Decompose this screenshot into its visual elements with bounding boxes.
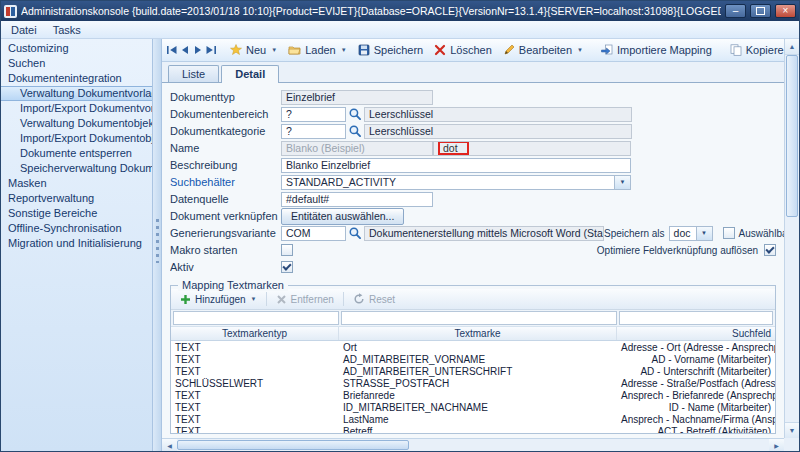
reset-button[interactable]: Reset <box>348 291 400 307</box>
laden-button[interactable]: Laden ▼ <box>283 42 352 58</box>
column-header-textmarkentyp[interactable]: Textmarkentyp <box>171 327 339 340</box>
datenquelle-input[interactable]: #default# <box>281 192 433 207</box>
scroll-left-button[interactable]: ◀ <box>162 439 177 451</box>
vertical-scrollbar-thumb[interactable] <box>786 55 798 217</box>
sidebar-item-verwaltung-dokumentvorlagen[interactable]: Verwaltung Dokumentvorlagen <box>1 86 152 101</box>
nav-first-button[interactable] <box>166 42 178 59</box>
sidebar-item-suchen[interactable]: Suchen <box>1 56 152 71</box>
menu-tasks[interactable]: Tasks <box>45 23 89 37</box>
filter-textmarkentyp-input[interactable] <box>173 311 339 325</box>
chevron-down-icon[interactable]: ▼ <box>341 47 347 53</box>
optimiere-checkbox[interactable] <box>764 244 776 256</box>
scroll-up-button[interactable]: ▲ <box>785 39 799 55</box>
speichern-button[interactable]: Speichern <box>353 42 429 58</box>
dokumentkategorie-row: Dokumentkategorie ? Leerschlüssel <box>170 123 776 139</box>
chevron-down-icon[interactable]: ▼ <box>696 227 712 240</box>
chevron-down-icon[interactable]: ▼ <box>251 296 257 302</box>
table-row[interactable]: TEXT AD_MITARBEITER_VORNAME AD - Vorname… <box>171 353 775 365</box>
filter-suchfeld-input[interactable] <box>619 311 773 325</box>
dokumentkategorie-key-input[interactable]: ? <box>281 124 346 139</box>
generierungsvariante-key-input[interactable]: COM <box>281 226 346 241</box>
bearbeiten-button[interactable]: Bearbeiten ▼ <box>498 42 588 58</box>
column-header-suchfeld[interactable]: Suchfeld <box>617 327 775 340</box>
column-header-textmarke[interactable]: Textmarke <box>339 327 617 340</box>
hinzufuegen-button[interactable]: Hinzufügen ▼ <box>175 292 262 307</box>
sidebar-item-speicherverwaltung-dokumente[interactable]: Speicherverwaltung Dokumente <box>1 161 152 176</box>
entitaeten-auswaehlen-button[interactable]: Entitäten auswählen... <box>281 208 404 225</box>
loeschen-label: Löschen <box>450 44 492 56</box>
menu-datei[interactable]: Datei <box>3 23 45 37</box>
nav-last-button[interactable] <box>205 42 217 59</box>
datenquelle-label: Datenquelle <box>170 193 281 205</box>
kopiere-vorlage-button[interactable]: Kopiere Vorlage <box>725 42 784 58</box>
new-icon <box>230 44 242 56</box>
tab-liste[interactable]: Liste <box>168 65 219 82</box>
sidebar-item-dokumentenintegration[interactable]: Dokumentenintegration <box>1 71 152 86</box>
mapping-table-body: TEXT Ort Adresse - Ort (Adresse - Anspre… <box>171 341 775 433</box>
tab-detail[interactable]: Detail <box>221 65 279 83</box>
table-row[interactable]: TEXT AD_MITARBEITER_UNTERSCHRIFT AD - Un… <box>171 365 775 377</box>
sidebar-item-masken[interactable]: Masken <box>1 176 152 191</box>
close-button[interactable]: × <box>775 4 796 18</box>
chevron-down-icon[interactable]: ▼ <box>577 47 583 53</box>
minimize-button[interactable]: – <box>725 4 746 18</box>
cell-suchfeld: AD - Unterschrift (Mitarbeiter) <box>617 366 775 377</box>
sidebar-item-customizing[interactable]: Customizing <box>1 41 152 56</box>
table-row[interactable]: SCHLÜSSELWERT STRASSE_POSTFACH Adresse -… <box>171 377 775 389</box>
horizontal-scrollbar-thumb[interactable] <box>177 440 409 450</box>
chevron-down-icon[interactable]: ▼ <box>614 176 630 189</box>
horizontal-scrollbar: ◀ ▶ <box>162 438 784 451</box>
sidebar-item-reportverwaltung[interactable]: Reportverwaltung <box>1 191 152 206</box>
maximize-button[interactable] <box>750 4 771 18</box>
table-row[interactable]: TEXT Briefanrede Ansprech - Briefanrede … <box>171 389 775 401</box>
entfernen-label: Entfernen <box>291 294 334 305</box>
table-row[interactable]: TEXT LastName Ansprech - Nachname/Firma … <box>171 413 775 425</box>
neu-label: Neu <box>246 44 266 56</box>
sidebar-item-sonstige-bereiche[interactable]: Sonstige Bereiche <box>1 206 152 221</box>
chevron-down-icon[interactable]: ▼ <box>271 47 277 53</box>
cell-suchfeld: Ansprech - Briefanrede (Ansprechpartner) <box>617 390 775 401</box>
lookup-icon[interactable] <box>348 107 362 121</box>
speichern-als-select[interactable]: doc ▼ <box>669 226 713 241</box>
beschreibung-input[interactable]: Blanko Einzelbrief <box>281 158 631 173</box>
maximize-icon <box>756 7 765 15</box>
cell-textmarke: ID_MITARBEITER_NACHNAME <box>339 402 617 413</box>
neu-button[interactable]: Neu ▼ <box>225 42 282 58</box>
cell-textmarkentyp: SCHLÜSSELWERT <box>171 378 339 389</box>
cell-textmarke: Betreff <box>339 426 617 434</box>
sidebar-item-migration-und-initialisierung[interactable]: Migration und Initialisierung <box>1 236 152 251</box>
auswaehlbar-checkbox[interactable] <box>723 227 735 239</box>
sidebar-item-offline-synchronisation[interactable]: Offline-Synchronisation <box>1 221 152 236</box>
sidebar-splitter[interactable] <box>153 39 162 451</box>
entfernen-button[interactable]: Entfernen <box>271 292 339 307</box>
sidebar-item-import-export-dokumentvorlagen[interactable]: Import/Export Dokumentvorlagen <box>1 101 152 116</box>
lookup-icon[interactable] <box>348 226 362 240</box>
nav-next-button[interactable] <box>192 42 204 59</box>
cell-textmarkentyp: TEXT <box>171 390 339 401</box>
name-extension-field: dot <box>433 141 631 156</box>
suchbehaelter-label[interactable]: Suchbehälter <box>170 176 281 188</box>
table-row[interactable]: TEXT Ort Adresse - Ort (Adresse - Anspre… <box>171 341 775 353</box>
nav-prev-button[interactable] <box>179 42 191 59</box>
bearbeiten-label: Bearbeiten <box>519 44 572 56</box>
cell-textmarkentyp: TEXT <box>171 354 339 365</box>
suchbehaelter-select[interactable]: STANDARD_ACTIVITY ▼ <box>281 175 631 190</box>
scrollbar-track[interactable] <box>409 439 769 451</box>
sidebar-item-import-export-dokumentobjekte[interactable]: Import/Export Dokumentobjekte <box>1 131 152 146</box>
dokumentenbereich-key-input[interactable]: ? <box>281 107 346 122</box>
sidebar-item-dokumente-entsperren[interactable]: Dokumente entsperren <box>1 146 152 161</box>
scroll-right-button[interactable]: ▶ <box>769 439 784 451</box>
filter-textmarke-input[interactable] <box>341 311 617 325</box>
sidebar-item-verwaltung-dokumentobjekte[interactable]: Verwaltung Dokumentobjekte <box>1 116 152 131</box>
aktiv-checkbox[interactable] <box>281 261 293 273</box>
table-row[interactable]: TEXT ID_MITARBEITER_NACHNAME ID - Name (… <box>171 401 775 413</box>
lookup-icon[interactable] <box>348 124 362 138</box>
scroll-down-button[interactable]: ▼ <box>785 422 799 438</box>
mapping-textmarken-group: Mapping Textmarken Hinzufügen ▼ Entferne… <box>170 285 776 434</box>
aktiv-row: Aktiv <box>170 259 776 275</box>
importiere-mapping-button[interactable]: Importiere Mapping <box>596 42 717 58</box>
loeschen-button[interactable]: Löschen <box>429 42 497 58</box>
table-row[interactable]: TEXT Betreff ACT - Betreff (Aktivitäten) <box>171 425 775 433</box>
dokumentkategorie-value-field: Leerschlüssel <box>364 124 632 139</box>
makro-starten-checkbox[interactable] <box>281 244 293 256</box>
